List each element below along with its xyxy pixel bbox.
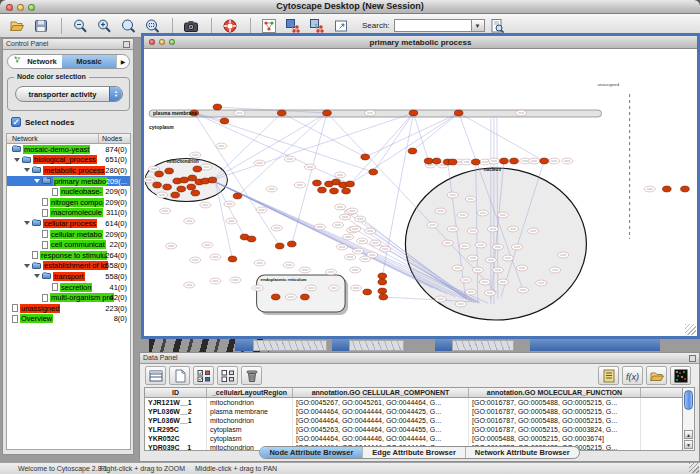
graph-node[interactable] xyxy=(277,110,286,116)
graph-node[interactable] xyxy=(271,294,280,300)
window-resize-grip[interactable] xyxy=(689,463,699,473)
graph-node[interactable] xyxy=(233,193,242,199)
new-attribute-icon[interactable] xyxy=(169,366,190,385)
tab-network[interactable]: Network xyxy=(8,55,62,68)
tree-row[interactable]: multi-organism pro42(0) xyxy=(7,292,130,303)
network-canvas[interactable]: plasma membranecytoplasmmitochondrionnuc… xyxy=(144,49,697,336)
background-window[interactable] xyxy=(349,340,404,351)
unselect-attributes-icon[interactable] xyxy=(217,366,238,385)
graph-node[interactable] xyxy=(378,288,387,294)
graph-node[interactable] xyxy=(301,294,310,300)
scroll-up-icon[interactable]: ▲ xyxy=(684,430,693,439)
graph-node[interactable] xyxy=(409,110,418,116)
tree-row[interactable]: mosaic-demo-yeast874(0) xyxy=(7,144,130,155)
table-row[interactable]: YKR052Ccytoplasm[GO:0044464, GO:0044446,… xyxy=(145,434,682,443)
tree-row[interactable]: unassigned223(0) xyxy=(7,303,130,314)
tab-edge-attribute-browser[interactable]: Edge Attribute Browser xyxy=(363,447,465,458)
disclosure-triangle-icon[interactable] xyxy=(24,264,30,268)
table-mode-icon[interactable] xyxy=(145,366,166,385)
background-window[interactable] xyxy=(452,340,514,351)
save-icon[interactable] xyxy=(30,16,52,36)
column-header[interactable]: _cellularLayoutRegion xyxy=(207,388,293,397)
tree-column-network[interactable]: Network xyxy=(12,135,38,142)
graph-node[interactable] xyxy=(191,190,200,196)
tree-row[interactable]: biological_process651(0) xyxy=(7,155,130,166)
background-window[interactable] xyxy=(235,339,253,351)
tab-mosaic[interactable]: Mosaic xyxy=(62,55,116,68)
graph-node[interactable] xyxy=(379,294,388,300)
graph-node[interactable] xyxy=(165,168,174,174)
graph-node[interactable] xyxy=(454,110,463,116)
graph-node[interactable] xyxy=(378,279,387,285)
select-attributes-icon[interactable] xyxy=(193,366,214,385)
tree-row[interactable]: cell communicat22(0) xyxy=(7,239,130,250)
disclosure-triangle-icon[interactable] xyxy=(34,274,40,278)
disclosure-triangle-icon[interactable] xyxy=(14,158,20,162)
graph-node[interactable] xyxy=(180,177,189,183)
tree-row[interactable]: secretion41(0) xyxy=(7,282,130,293)
graph-node[interactable] xyxy=(432,158,441,164)
graph-node[interactable] xyxy=(220,118,229,124)
graph-node[interactable] xyxy=(448,159,457,165)
graph-node[interactable] xyxy=(155,171,164,177)
graph-node[interactable] xyxy=(163,184,172,190)
tree-column-nodes[interactable]: Nodes xyxy=(102,135,122,142)
graph-node[interactable] xyxy=(378,273,387,279)
table-row[interactable]: YPL036W__2plasma membrane[GO:0044464, GO… xyxy=(145,407,682,416)
background-window[interactable] xyxy=(530,339,660,351)
disclosure-triangle-icon[interactable] xyxy=(24,221,30,225)
float-panel-icon[interactable] xyxy=(689,355,696,362)
function-builder-icon[interactable]: f(x) xyxy=(622,366,643,385)
graph-node[interactable] xyxy=(193,166,202,172)
select-nodes-checkbox[interactable]: ✓ xyxy=(11,117,21,127)
tree-row[interactable]: response to stimulu264(0) xyxy=(7,250,130,261)
background-window[interactable] xyxy=(332,339,349,351)
graph-node[interactable] xyxy=(663,186,672,192)
tree-row[interactable]: nitrogen compo209(0) xyxy=(7,197,130,208)
advanced-search-button[interactable] xyxy=(489,18,505,34)
import-attributes-icon[interactable] xyxy=(646,366,667,385)
graph-node[interactable] xyxy=(510,158,519,164)
graph-node[interactable] xyxy=(153,182,162,188)
column-header[interactable]: ID xyxy=(145,388,207,397)
zoom-in-icon[interactable] xyxy=(93,16,115,36)
delete-attribute-icon[interactable] xyxy=(241,366,262,385)
graph-node[interactable] xyxy=(424,158,433,164)
graph-node[interactable] xyxy=(247,236,256,242)
graph-node[interactable] xyxy=(540,158,549,164)
graph-node[interactable] xyxy=(500,158,509,164)
tree-row[interactable]: primary metabo209(... xyxy=(7,176,130,187)
tree-row[interactable]: metabolic process280(0) xyxy=(7,165,130,176)
table-row[interactable]: YPL036W__1mitochondrion[GO:0044464, GO:0… xyxy=(145,416,682,425)
float-panel-icon[interactable] xyxy=(123,41,130,48)
tab-node-attribute-browser[interactable]: Node Attribute Browser xyxy=(260,447,363,458)
graph-node[interactable] xyxy=(318,187,327,193)
graph-node[interactable] xyxy=(171,192,180,198)
graph-node[interactable] xyxy=(369,169,378,175)
attribute-notes-icon[interactable] xyxy=(598,366,619,385)
graph-node[interactable] xyxy=(188,175,197,181)
graph-node[interactable] xyxy=(681,186,690,192)
graph-node[interactable] xyxy=(342,188,351,194)
table-row[interactable]: YJR121W__1mitochondrion[GO:0045267, GO:0… xyxy=(145,398,682,407)
graph-node[interactable] xyxy=(313,180,322,186)
attribute-matrix-icon[interactable] xyxy=(670,366,691,385)
graph-node[interactable] xyxy=(287,241,296,247)
graph-node[interactable] xyxy=(228,256,237,262)
tree-row[interactable]: establishment of lo558(0) xyxy=(7,261,130,272)
scrollbar-thumb[interactable] xyxy=(684,390,693,410)
tree-row[interactable]: nucleobase-209(0) xyxy=(7,186,130,197)
graph-node[interactable] xyxy=(346,181,355,187)
graph-node[interactable] xyxy=(330,188,339,194)
search-dropdown-arrow-icon[interactable]: ▼ xyxy=(472,19,485,32)
graph-node[interactable] xyxy=(275,243,284,249)
graph-node[interactable] xyxy=(213,104,222,110)
tree-row[interactable]: transport558(0) xyxy=(7,271,130,282)
window-resize-grip[interactable] xyxy=(685,324,696,335)
graph-node[interactable] xyxy=(208,177,217,183)
graph-node[interactable] xyxy=(363,289,372,295)
tree-row[interactable]: Overview8(0) xyxy=(7,314,130,325)
zoom-out-icon[interactable] xyxy=(69,16,91,36)
table-row[interactable]: YLR295Ccytoplasm[GO:0045263, GO:0044464,… xyxy=(145,425,682,434)
graph-node[interactable] xyxy=(471,159,480,165)
